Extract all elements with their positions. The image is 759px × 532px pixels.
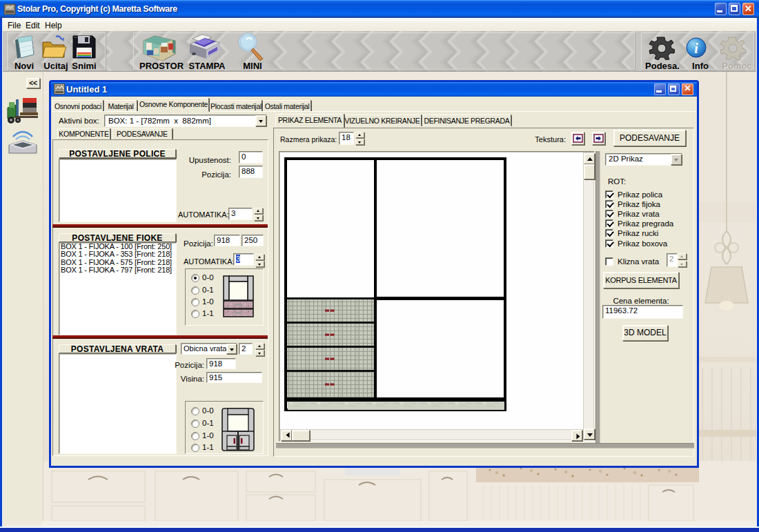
svg-text:i: i xyxy=(694,41,698,56)
